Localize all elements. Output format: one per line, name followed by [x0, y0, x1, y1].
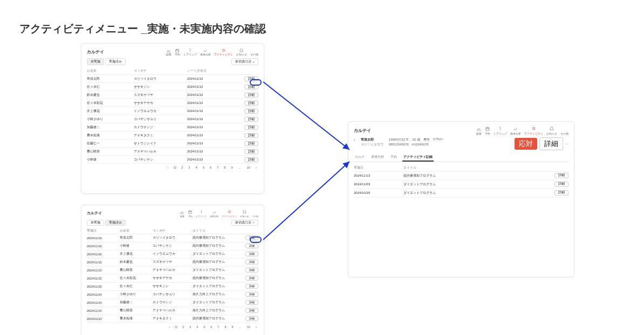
toolbar-item-3[interactable]: 身体分析 [510, 126, 521, 135]
shop-dropdown[interactable]: 新宿西口店 [231, 58, 258, 65]
pager-page[interactable]: 6 [208, 166, 213, 169]
tab[interactable]: 予約 [389, 153, 398, 162]
toolbar-item-2[interactable]: ヒアリング [494, 126, 507, 135]
pager-next[interactable]: › [254, 325, 258, 329]
tab-pending[interactable]: 未実施 [87, 58, 104, 65]
detail-button[interactable]: 詳細 [554, 190, 568, 196]
toolbar-item-5[interactable]: お知らせ [236, 48, 247, 56]
toolbar-item-1[interactable]: 予約 [188, 210, 193, 218]
detail-button[interactable]: 詳細 [244, 101, 258, 106]
toolbar-item-4[interactable]: アクティビティ [222, 210, 237, 218]
table-row: 加藤健二カトウケンジ2024/11/13詳細 [87, 123, 258, 131]
pager-page[interactable]: 3 [188, 325, 193, 329]
pager-prev[interactable]: ‹ [167, 325, 172, 329]
pager-page[interactable]: … [237, 166, 243, 169]
toolbar-item-2[interactable]: ヒアリング [196, 210, 207, 218]
pager-page[interactable]: 2 [181, 325, 186, 329]
table-row: 佐藤仁一サトウジンイチ2024/11/13詳細 [87, 139, 258, 148]
pager-page[interactable]: 9 [230, 325, 235, 329]
pager-page[interactable]: 8 [223, 325, 228, 329]
detail-button[interactable]: 詳細 [244, 149, 258, 154]
detail-button[interactable]: 詳細 [244, 76, 258, 81]
detail-button[interactable]: 詳細 [245, 243, 258, 248]
tab[interactable]: カルテ [354, 153, 366, 162]
detail-button[interactable]: 詳細 [244, 117, 258, 122]
back-icon[interactable]: ‹ [354, 137, 355, 143]
toolbar-item-4[interactable]: アクティビティ [214, 48, 233, 56]
tab-pending[interactable]: 未実施 [87, 220, 104, 226]
detail-button[interactable]: 詳細 [554, 182, 568, 187]
detail-button[interactable]: 詳細 [245, 252, 258, 256]
pager-page[interactable]: 5 [202, 325, 207, 329]
toolbar-item-0[interactable]: 顧客 [476, 126, 482, 135]
toolbar-item-1[interactable]: 予約 [485, 126, 490, 135]
toolbar-item-0[interactable]: 顧客 [166, 48, 172, 56]
pagination: ‹123456789…10› [87, 166, 258, 169]
toolbar-item-0[interactable]: 顧客 [180, 210, 184, 218]
detail-button[interactable]: 詳細 [245, 235, 258, 240]
table-row: 青木拓海アオキタクミ2024/11/13詳細 [87, 131, 258, 139]
detail-button[interactable]: 詳細 [244, 141, 258, 146]
detail-button[interactable]: 詳細 [245, 292, 258, 297]
toolbar-item-6[interactable]: その他 [250, 48, 258, 56]
detail-button[interactable]: 詳細 [245, 300, 258, 305]
pager-page[interactable]: … [237, 325, 244, 329]
toolbar-item-5[interactable]: お知らせ [546, 126, 557, 135]
tab[interactable]: アクティビティ記録 [402, 153, 434, 162]
detail-button[interactable]: 詳細 [244, 157, 258, 162]
cell: 2024/11/03 [354, 183, 401, 186]
detail-button[interactable]: 詳細 [244, 109, 258, 114]
detail-button[interactable]: 詳細 [244, 93, 258, 97]
detail-button[interactable]: 詳細 [244, 125, 258, 130]
respond-button[interactable]: 応対 [515, 138, 537, 150]
tab-done[interactable]: 実施済み [105, 220, 126, 226]
toolbar-item-5[interactable]: お知らせ [240, 210, 249, 218]
more-icon[interactable]: ⋯ [565, 142, 568, 145]
detail-button[interactable]: 詳細 [245, 316, 258, 321]
tab-done[interactable]: 実施済み [105, 58, 126, 65]
pager-page[interactable]: 10 [245, 166, 252, 169]
pager-next[interactable]: › [254, 166, 258, 169]
pager-page[interactable]: 4 [195, 325, 200, 329]
detail-button[interactable]: 詳細 [245, 308, 258, 313]
cell: 2024/11/16 [87, 253, 118, 256]
pager-prev[interactable]: ‹ [166, 166, 170, 169]
toolbar-item-3[interactable]: 身体分析 [200, 48, 211, 56]
pager-page[interactable]: 8 [222, 166, 227, 169]
detail-button[interactable]: 詳細 [245, 276, 258, 281]
cell: 2024/11/13 [354, 174, 401, 177]
detail-button[interactable]: 詳細 [245, 268, 258, 273]
toolbar-item-1[interactable]: 予約 [175, 48, 180, 56]
detail-button[interactable]: 詳細 [554, 173, 568, 178]
toolbar-item-4[interactable]: アクティビティ [524, 126, 543, 135]
toolbar-item-2[interactable]: ヒアリング [183, 48, 197, 56]
pager-page[interactable]: 6 [209, 325, 214, 329]
toolbar-item-3[interactable]: 身体分析 [210, 210, 218, 218]
cell: 加藤健二 [87, 125, 132, 130]
pager-page[interactable]: 4 [194, 166, 198, 169]
pager-page[interactable]: 5 [201, 166, 206, 169]
pager-page[interactable]: 1 [174, 325, 179, 329]
toolbar-item-6[interactable]: その他 [560, 126, 568, 135]
detail-button[interactable]: 詳細 [245, 260, 258, 264]
pager-page[interactable]: 7 [216, 325, 221, 329]
detail-button[interactable]: 詳細 [245, 284, 258, 289]
toolbar-label: 顧客 [476, 132, 482, 135]
pager-page[interactable]: 9 [230, 166, 235, 169]
detail-button[interactable]: 詳細 [539, 137, 563, 150]
cell: 青木拓海 [120, 317, 150, 320]
cell: 2024/11/15 [87, 285, 118, 288]
tab[interactable]: 身体分析 [370, 153, 385, 162]
pager-page[interactable]: 2 [180, 166, 184, 169]
pager-page[interactable]: 7 [215, 166, 220, 169]
shop-dropdown[interactable]: 新宿西口店 [231, 220, 258, 226]
detail-button[interactable]: 詳細 [244, 85, 258, 89]
detail-button[interactable]: 詳細 [244, 133, 258, 138]
cell: 2024/11/13 [187, 85, 235, 88]
pager-page[interactable]: 1 [173, 166, 177, 169]
cell: ダイエットプログラム [193, 252, 241, 256]
cell: イノウエユウカ [134, 109, 185, 114]
toolbar-item-6[interactable]: その他 [252, 210, 258, 218]
pager-page[interactable]: 3 [187, 166, 191, 169]
pager-page[interactable]: 10 [245, 325, 252, 329]
